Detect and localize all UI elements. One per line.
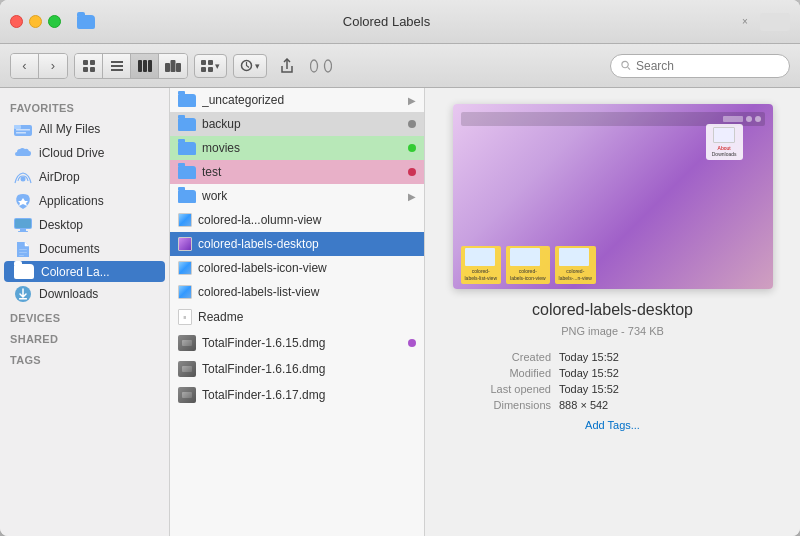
sidebar-item-applications[interactable]: Applications [4, 189, 165, 213]
menubar-dot [755, 116, 761, 122]
sidebar-item-downloads[interactable]: Downloads [4, 282, 165, 306]
sidebar-item-all-my-files[interactable]: All My Files [4, 117, 165, 141]
add-tags-link[interactable]: Add Tags... [461, 419, 764, 431]
sidebar-label-icloud-drive: iCloud Drive [39, 146, 104, 160]
dmg-icon [178, 361, 196, 377]
preview-image: About Downloads colored-labels-list-view… [453, 104, 773, 289]
file-item-tf-1615[interactable]: TotalFinder-1.6.15.dmg [170, 330, 424, 356]
file-item-desktop[interactable]: colored-labels-desktop [170, 232, 424, 256]
title-folder-icon [77, 15, 95, 29]
meta-row-add-tags[interactable]: Add Tags... [461, 417, 764, 433]
meta-row-modified: Modified Today 15:52 [461, 365, 764, 381]
svg-rect-7 [138, 60, 142, 72]
list-view-button[interactable] [103, 54, 131, 78]
tab-close-button[interactable]: × [738, 15, 752, 29]
tab-placeholder [760, 13, 790, 31]
svg-rect-30 [18, 231, 28, 232]
file-name: TotalFinder-1.6.16.dmg [202, 362, 416, 376]
preview-label-n-view: colored-labels-...n-view [555, 246, 596, 284]
favorites-section-title: Favorites [0, 96, 169, 117]
sidebar-item-icloud-drive[interactable]: iCloud Drive [4, 141, 165, 165]
close-button[interactable] [10, 15, 23, 28]
sidebar-label-desktop: Desktop [39, 218, 83, 232]
svg-rect-15 [201, 67, 206, 72]
file-item-work[interactable]: work ▶ [170, 184, 424, 208]
svg-rect-23 [14, 125, 21, 129]
svg-rect-13 [201, 60, 206, 65]
svg-point-18 [311, 60, 318, 72]
sidebar-label-all-my-files: All My Files [39, 122, 100, 136]
share-button[interactable] [273, 54, 301, 78]
preview-file-thumb-img [713, 127, 735, 143]
file-name: Readme [198, 310, 416, 324]
preview-bottom-row: colored-labels-list-view colored-labels-… [461, 246, 765, 284]
thumb-img [510, 248, 540, 266]
preview-pane: About Downloads colored-labels-list-view… [425, 88, 800, 536]
sidebar-item-documents[interactable]: Documents [4, 237, 165, 261]
coverflow-view-button[interactable] [159, 54, 187, 78]
meta-row-last-opened: Last opened Today 15:52 [461, 381, 764, 397]
sidebar-label-airdrop: AirDrop [39, 170, 80, 184]
search-input[interactable] [636, 59, 779, 73]
devices-section-title: Devices [0, 306, 169, 327]
file-name: colored-labels-list-view [198, 285, 416, 299]
airdrop-icon [14, 168, 32, 186]
dmg-icon [178, 387, 196, 403]
svg-point-20 [622, 61, 628, 67]
menubar-time [723, 116, 743, 122]
documents-icon [14, 240, 32, 258]
label-text: colored-labels-list-view [465, 268, 498, 281]
svg-line-21 [628, 67, 630, 69]
file-item-tf-1616[interactable]: TotalFinder-1.6.16.dmg [170, 356, 424, 382]
svg-rect-0 [83, 60, 88, 65]
color-dot-purple [408, 339, 416, 347]
main-content: Favorites All My Files [0, 88, 800, 536]
back-button[interactable]: ‹ [11, 54, 39, 78]
search-box[interactable] [610, 54, 790, 78]
file-item-backup[interactable]: backup [170, 112, 424, 136]
minimize-button[interactable] [29, 15, 42, 28]
folder-icon [178, 94, 196, 107]
downloads-label: Downloads [712, 151, 737, 157]
svg-point-19 [325, 60, 332, 72]
created-label: Created [461, 351, 551, 363]
file-item-test[interactable]: test [170, 160, 424, 184]
all-my-files-icon [14, 120, 32, 138]
file-item-movies[interactable]: movies [170, 136, 424, 160]
svg-rect-28 [15, 219, 31, 228]
arrange-dropdown[interactable]: ▾ [194, 54, 227, 78]
file-item-tf-1617[interactable]: TotalFinder-1.6.17.dmg [170, 382, 424, 408]
image-icon [178, 237, 192, 251]
svg-rect-14 [208, 60, 213, 65]
preview-filename: colored-labels-desktop [532, 301, 693, 319]
icon-view-button[interactable] [75, 54, 103, 78]
file-item-column-view[interactable]: colored-la...olumn-view [170, 208, 424, 232]
thumb-img [465, 248, 495, 266]
sidebar-item-airdrop[interactable]: AirDrop [4, 165, 165, 189]
svg-rect-10 [165, 63, 170, 72]
forward-button[interactable]: › [39, 54, 67, 78]
file-name: test [202, 165, 402, 179]
file-item-list-view[interactable]: colored-labels-list-view [170, 280, 424, 304]
svg-rect-33 [19, 255, 24, 256]
icloud-drive-icon [14, 144, 32, 162]
column-view-button[interactable] [131, 54, 159, 78]
modified-label: Modified [461, 367, 551, 379]
file-item-uncategorized[interactable]: _uncategorized ▶ [170, 88, 424, 112]
svg-rect-8 [143, 60, 147, 72]
folder-icon [178, 190, 196, 203]
sidebar-item-desktop[interactable]: Desktop [4, 213, 165, 237]
svg-rect-31 [19, 249, 27, 250]
path-icon[interactable] [307, 54, 335, 78]
file-item-readme[interactable]: ≡ Readme [170, 304, 424, 330]
arrange-chevron: ▾ [215, 61, 220, 71]
dimensions-label: Dimensions [461, 399, 551, 411]
file-item-icon-view[interactable]: colored-labels-icon-view [170, 256, 424, 280]
nav-buttons: ‹ › [10, 53, 68, 79]
image-icon [178, 213, 192, 227]
preview-meta: Created Today 15:52 Modified Today 15:52… [441, 349, 784, 433]
finder-window: Colored Labels × ‹ › [0, 0, 800, 536]
sidebar-item-colored-labels[interactable]: Colored La... [4, 261, 165, 282]
created-value: Today 15:52 [551, 351, 764, 363]
action-dropdown[interactable]: ▾ [233, 54, 267, 78]
